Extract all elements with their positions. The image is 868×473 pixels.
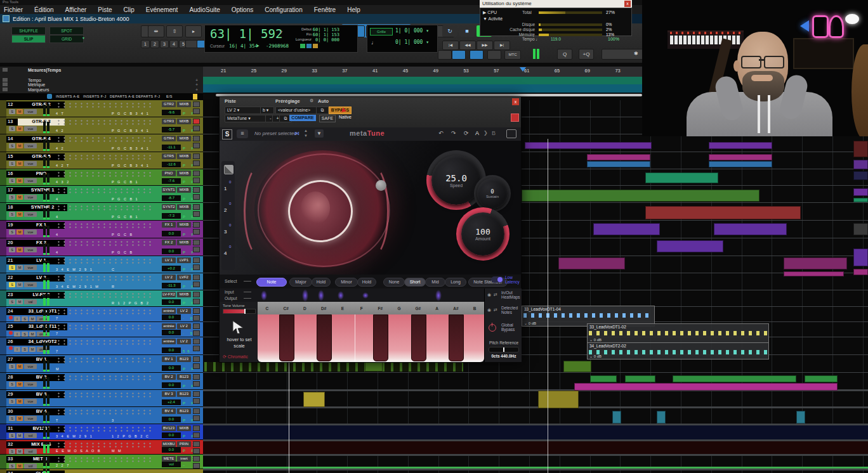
drag-handle-dot[interactable] xyxy=(376,180,386,191)
track-side-button-bottom[interactable] xyxy=(193,194,200,200)
menu-item-options[interactable]: Options xyxy=(232,6,253,13)
output-path-1[interactable]: entrée xyxy=(162,308,176,314)
column-header-3[interactable]: DEPARTS F-J xyxy=(136,94,160,98)
send-abbrevs[interactable]: C xyxy=(112,268,115,271)
ruler-label-2[interactable]: Métrique xyxy=(28,82,45,87)
output-path-1[interactable]: LV-FX2 xyxy=(162,292,176,297)
output-path-2[interactable]: MIXB xyxy=(177,119,191,124)
mute-button[interactable]: M xyxy=(16,382,23,387)
note-mode-button[interactable]: Note xyxy=(256,278,287,287)
clip-block[interactable] xyxy=(593,223,660,235)
menu-item-configuration[interactable]: Configuration xyxy=(265,6,302,13)
column-header-1[interactable]: INSERTS F-J xyxy=(83,94,107,98)
track-side-button-bottom[interactable] xyxy=(193,448,200,454)
menu-item-clip[interactable]: Clip xyxy=(124,6,135,13)
track-side-button-bottom[interactable] xyxy=(193,463,200,469)
solo-button[interactable]: S xyxy=(9,161,15,166)
track-side-button-top[interactable] xyxy=(193,339,200,344)
track-view-selector[interactable]: vol xyxy=(24,433,37,438)
voice-number-2[interactable]: 2 xyxy=(224,207,227,213)
volume-readout[interactable]: -8.7 xyxy=(162,195,181,201)
misc-toolbar-icon-3[interactable] xyxy=(487,50,501,60)
audio-clip[interactable]: 33_LeadVoxDT1-02⌄ 0 dB xyxy=(587,323,769,343)
volume-readout[interactable]: -7.3 xyxy=(162,213,181,219)
volume-readout[interactable]: 0.0 xyxy=(162,231,181,236)
track-view-selector[interactable]: vue xyxy=(24,195,37,200)
track-side-button-top[interactable] xyxy=(193,323,200,329)
sysmon-cpu-label[interactable]: ▶ CPU xyxy=(483,10,497,15)
solo-button[interactable]: S xyxy=(9,212,15,217)
track-side-button-top[interactable] xyxy=(193,292,200,297)
rewind-button[interactable]: ◀◀ xyxy=(459,41,476,50)
track-side-button-bottom[interactable] xyxy=(193,247,200,252)
mute-button[interactable]: M xyxy=(16,416,23,421)
output-path-2[interactable]: LVF2 xyxy=(177,275,191,280)
volume-readout[interactable]: -11.3 xyxy=(162,283,181,288)
zoom-vertical-icon[interactable]: ⇳ xyxy=(166,25,183,37)
sysmon-activity-label[interactable]: ▼ Activité xyxy=(483,16,503,21)
black-key[interactable] xyxy=(449,314,464,361)
voice-number-4[interactable]: 4 xyxy=(224,250,227,256)
volume-readout[interactable]: -5.7 xyxy=(162,127,181,133)
output-path-1[interactable]: entrée xyxy=(162,339,176,344)
output-path-2[interactable]: MIXB xyxy=(177,204,191,210)
solo-button[interactable]: S xyxy=(9,449,15,454)
menu-item-fentre[interactable]: Fenêtre xyxy=(314,6,336,13)
major-button[interactable]: Major xyxy=(289,278,312,287)
track-side-button-top[interactable] xyxy=(193,391,200,397)
track-side-button-bottom[interactable] xyxy=(193,346,200,351)
solo-button[interactable]: S xyxy=(9,265,15,270)
volume-readout[interactable]: 0.0 xyxy=(162,382,181,388)
send-abbrevs[interactable]: R xyxy=(112,285,115,288)
zoom-percent[interactable]: 100% xyxy=(608,37,619,41)
track-side-button-top[interactable] xyxy=(193,204,200,210)
track-view-selector[interactable]: vue xyxy=(24,143,37,148)
undo-icon[interactable]: ↶ xyxy=(438,130,444,136)
solo-button[interactable]: S xyxy=(9,416,15,421)
mute-button[interactable]: M xyxy=(16,463,23,469)
track-view-selector[interactable]: vue xyxy=(24,109,37,114)
menu-item-fichier[interactable]: Fichier xyxy=(4,6,23,13)
clip-block[interactable] xyxy=(645,172,718,183)
knob-amount[interactable]: 100Amount xyxy=(456,207,510,261)
record-enable-dot[interactable] xyxy=(9,331,13,335)
track-view-selector[interactable]: vue xyxy=(24,382,37,387)
safe-button[interactable]: SAFE xyxy=(319,115,336,122)
stab-mid-button[interactable]: Mid xyxy=(425,278,445,287)
track-side-button-bottom[interactable] xyxy=(193,143,200,148)
selection-start-value[interactable]: 60| 1| 153 xyxy=(313,27,339,32)
output-path-2[interactable]: B123 xyxy=(177,374,191,380)
output-path-2[interactable]: MIXB xyxy=(177,136,191,141)
clip-block[interactable] xyxy=(587,154,650,160)
track-side-button-top[interactable] xyxy=(193,136,200,141)
tempo-value[interactable]: 119.0 xyxy=(551,37,561,41)
output-path-1[interactable]: LV 1 xyxy=(162,257,176,263)
track-side-button-bottom[interactable] xyxy=(193,126,200,131)
track-side-button-top[interactable] xyxy=(193,275,200,280)
volume-readout[interactable]: 0.0 xyxy=(162,432,181,438)
clip-gain-label[interactable]: ⌄ 0 dB xyxy=(589,354,602,358)
librarian-icon[interactable]: ⧉ xyxy=(316,107,329,114)
mute-button[interactable]: M xyxy=(16,178,23,183)
volume-readout[interactable]: 0.0 xyxy=(162,417,181,422)
output-path-2[interactable]: MIXB xyxy=(177,187,191,193)
track-side-button-top[interactable] xyxy=(193,257,200,263)
output-path-1[interactable]: BV123 xyxy=(162,425,176,431)
mute-button[interactable]: M xyxy=(16,364,23,369)
volume-readout[interactable]: 0.0 xyxy=(162,249,181,254)
output-path-1[interactable]: FX 2 xyxy=(162,240,176,245)
clip-block[interactable] xyxy=(784,257,847,269)
output-path-1[interactable]: GTR5 xyxy=(162,153,176,159)
volume-readout[interactable]: vol xyxy=(162,462,181,467)
insert-selector[interactable]: MetaTune ▾ xyxy=(225,115,266,122)
volume-readout[interactable]: -11.1 xyxy=(162,145,181,150)
edit-mode-spot[interactable]: SPOT xyxy=(49,27,84,35)
power-icon[interactable] xyxy=(489,324,496,332)
ruler-label-1[interactable]: Tempo xyxy=(28,78,41,82)
clip-block[interactable] xyxy=(612,411,621,424)
output-path-1[interactable]: SYNT1 xyxy=(162,187,176,193)
bypass-button[interactable]: BYPASS xyxy=(329,107,352,114)
track-view-selector[interactable]: vue xyxy=(24,364,37,369)
mute-button[interactable]: M xyxy=(29,316,36,321)
edit-mode-slip[interactable]: SLIP xyxy=(11,35,46,43)
